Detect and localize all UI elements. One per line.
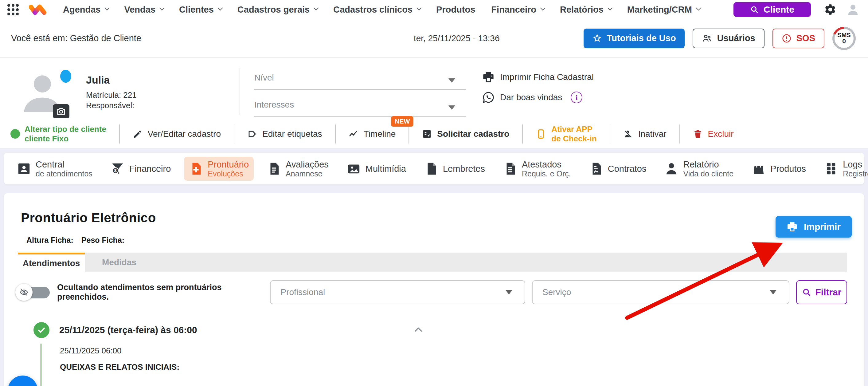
- module-tab-bar: Centralde atendimentos $ Financeiro Pron…: [4, 153, 864, 184]
- dropdown-arrow-icon: [448, 78, 455, 83]
- whatsapp-icon: [482, 91, 495, 103]
- request-registration-button[interactable]: Solicitar cadastro: [422, 129, 509, 139]
- menu-clientes[interactable]: Clientes: [179, 5, 221, 15]
- top-navigation-bar: Agendas Vendas Clientes Cadastros gerais…: [0, 0, 868, 19]
- divider: [240, 68, 240, 115]
- client-photo[interactable]: [19, 65, 66, 120]
- tab-relatorio-vida[interactable]: RelatórioVida do cliente: [659, 157, 738, 181]
- filter-button[interactable]: Filtrar: [796, 280, 847, 304]
- medical-record-icon: [189, 162, 203, 176]
- document-text-icon: [503, 162, 517, 176]
- contract-icon: [589, 162, 603, 176]
- menu-agendas[interactable]: Agendas: [63, 5, 108, 15]
- timeline-icon: [349, 129, 359, 139]
- tab-logs-registros[interactable]: LogsRegistros: [819, 157, 868, 181]
- grid-squares-icon: [824, 162, 838, 176]
- sos-button[interactable]: SOS: [773, 29, 825, 48]
- search-icon: [750, 5, 758, 14]
- divider: [679, 124, 680, 144]
- printer-icon: [786, 221, 798, 232]
- sms-count: 0: [842, 38, 846, 44]
- dropdown-arrow-icon: [448, 106, 455, 110]
- send-welcome-link[interactable]: Dar boas vindas i: [482, 91, 594, 103]
- funnel-dollar-icon: $: [111, 162, 125, 176]
- document-lines-icon: [267, 162, 281, 176]
- change-client-type-button[interactable]: Alterar tipo de clientecliente Fixo: [10, 124, 106, 144]
- divider: [335, 124, 336, 144]
- shopping-bag-icon: [752, 162, 766, 176]
- menu-produtos[interactable]: Produtos: [436, 5, 475, 15]
- chevron-down-icon: [696, 5, 701, 10]
- tab-prontuario-evolucoes[interactable]: ProntuárioEvoluções: [184, 157, 254, 181]
- client-registration: Matrícula: 221: [86, 90, 240, 100]
- smartphone-icon: [536, 129, 546, 139]
- svg-text:$: $: [114, 168, 117, 173]
- apps-grid-icon[interactable]: [7, 4, 19, 16]
- alert-icon: [782, 33, 792, 43]
- gear-icon[interactable]: [824, 3, 837, 16]
- chevron-down-icon: [218, 5, 223, 10]
- tab-contratos[interactable]: Contratos: [584, 159, 651, 179]
- tag-icon: [247, 129, 257, 139]
- person-slash-icon: [623, 129, 633, 139]
- chevron-up-icon[interactable]: [413, 325, 424, 335]
- page-title: Prontuário Eletrônico: [4, 193, 864, 225]
- tab-multimidia[interactable]: Multimídia: [342, 159, 411, 179]
- print-registration-link[interactable]: Imprimir Ficha Cadastral: [482, 71, 594, 83]
- weight-label: Peso Ficha:: [82, 236, 124, 245]
- completed-check-icon: [33, 322, 50, 338]
- chevron-down-icon: [104, 5, 110, 10]
- trash-icon: [693, 129, 703, 139]
- tab-central-atendimentos[interactable]: Centralde atendimentos: [12, 157, 97, 181]
- chevron-down-icon: [607, 5, 613, 10]
- person-icon: [664, 162, 679, 176]
- menu-financeiro[interactable]: Financeiro: [491, 5, 544, 15]
- file-icon: [424, 162, 438, 176]
- client-search-button[interactable]: Cliente: [734, 2, 811, 17]
- tab-produtos[interactable]: Produtos: [747, 159, 811, 179]
- timeline-button[interactable]: Timeline NEW: [349, 129, 396, 139]
- divider: [610, 124, 610, 144]
- menu-cadastros-clinicos[interactable]: Cadastros clínicos: [333, 5, 420, 15]
- menu-marketing-crm[interactable]: Marketing/CRM: [627, 5, 700, 15]
- client-name: Julia: [86, 74, 240, 86]
- pencil-icon: [133, 129, 143, 139]
- tab-atendimentos[interactable]: Atendimentos: [18, 253, 85, 272]
- delete-client-button[interactable]: Excluir: [693, 129, 734, 139]
- new-badge: NEW: [391, 116, 413, 127]
- hide-empty-records-toggle[interactable]: [15, 284, 51, 301]
- tab-medidas[interactable]: Medidas: [85, 253, 154, 272]
- chevron-down-icon: [314, 5, 319, 10]
- tab-avaliacoes-anamnese[interactable]: AvaliaçõesAnamnese: [262, 157, 334, 181]
- info-icon[interactable]: i: [571, 92, 582, 103]
- menu-vendas[interactable]: Vendas: [124, 5, 163, 15]
- chevron-down-icon: [540, 5, 546, 10]
- users-button[interactable]: Usuários: [693, 29, 765, 48]
- user-avatar-icon[interactable]: [846, 2, 860, 17]
- service-select[interactable]: Serviço: [532, 280, 789, 304]
- print-button[interactable]: Imprimir: [776, 216, 852, 238]
- tab-financeiro[interactable]: $ Financeiro: [106, 159, 176, 179]
- professional-select[interactable]: Profissional: [270, 280, 525, 304]
- tab-lembretes[interactable]: Lembretes: [419, 159, 490, 179]
- height-label: Altura Ficha:: [26, 236, 73, 245]
- brand-logo-icon[interactable]: [28, 2, 48, 17]
- activate-checkin-app-button[interactable]: Ativar APPde Check-in: [536, 124, 596, 144]
- sms-counter-badge[interactable]: SMS 0: [832, 27, 856, 50]
- chevron-down-icon: [416, 5, 422, 10]
- level-select[interactable]: Nível: [254, 64, 466, 90]
- interests-select[interactable]: Interesses: [254, 91, 466, 117]
- inactivate-button[interactable]: Inativar: [623, 129, 666, 139]
- menu-relatorios[interactable]: Relatórios: [560, 5, 611, 15]
- divider: [234, 124, 235, 144]
- edit-record-button[interactable]: Ver/Editar cadastro: [133, 129, 221, 139]
- tab-atestados-requisicoes[interactable]: AtestadosRequis. e Orç.: [498, 157, 576, 181]
- tutorials-button[interactable]: Tutoriais de Uso: [584, 29, 685, 48]
- clipboard-check-icon: [422, 129, 432, 139]
- current-datetime: ter, 25/11/2025 - 13:36: [414, 33, 500, 43]
- menu-cadastros-gerais[interactable]: Cadastros gerais: [238, 5, 317, 15]
- edit-tags-button[interactable]: Editar etiquetas: [247, 129, 322, 139]
- dropdown-arrow-icon: [505, 290, 512, 294]
- camera-icon[interactable]: [53, 104, 69, 118]
- entry-section-complaints: QUEIXAS E RELATOS INICIAIS:: [60, 362, 864, 372]
